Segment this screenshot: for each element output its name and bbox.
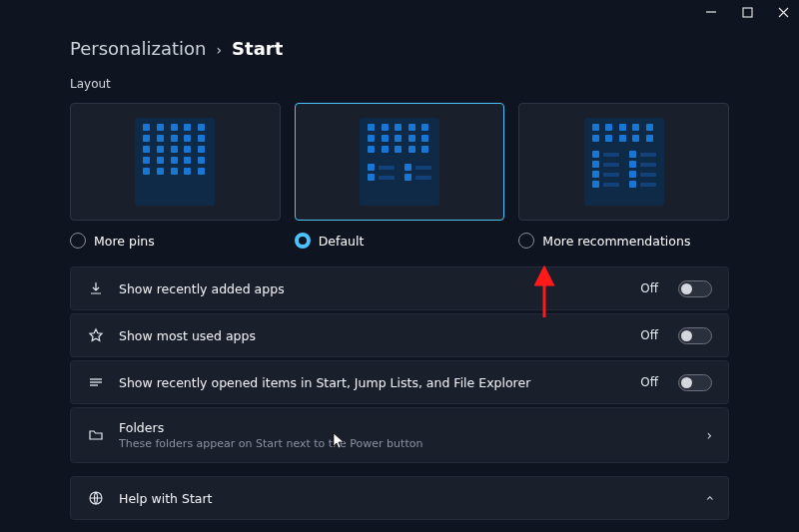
radio-label: Default bbox=[319, 234, 365, 249]
row-folders[interactable]: Folders These folders appear on Start ne… bbox=[70, 407, 729, 463]
download-icon bbox=[87, 279, 105, 297]
row-label: Show recently opened items in Start, Jum… bbox=[119, 375, 626, 390]
toggle-recently-opened-items[interactable] bbox=[678, 374, 712, 391]
chevron-up-icon: › bbox=[701, 495, 717, 501]
star-icon bbox=[87, 326, 105, 344]
row-sublabel: These folders appear on Start next to th… bbox=[119, 437, 692, 450]
radio-label: More pins bbox=[94, 234, 155, 249]
toggle-state: Off bbox=[640, 328, 658, 342]
row-recently-opened-items: Show recently opened items in Start, Jum… bbox=[70, 360, 729, 404]
chevron-right-icon: › bbox=[216, 42, 222, 58]
globe-icon bbox=[87, 489, 105, 507]
layout-card-more-recommendations[interactable] bbox=[518, 103, 729, 221]
list-icon bbox=[87, 373, 105, 391]
minimize-button[interactable] bbox=[703, 4, 719, 20]
toggle-state: Off bbox=[640, 281, 658, 295]
layout-card-default[interactable] bbox=[295, 103, 505, 221]
layout-card-more-pins[interactable] bbox=[70, 103, 281, 221]
breadcrumb-parent[interactable]: Personalization bbox=[70, 38, 206, 59]
row-recently-added-apps: Show recently added apps Off bbox=[70, 266, 729, 310]
row-label: Help with Start bbox=[119, 491, 692, 506]
svg-rect-1 bbox=[743, 8, 752, 17]
toggle-most-used-apps[interactable] bbox=[678, 327, 712, 344]
row-most-used-apps: Show most used apps Off bbox=[70, 313, 729, 357]
annotation-arrow bbox=[534, 269, 564, 319]
close-button[interactable] bbox=[775, 4, 791, 20]
toggle-state: Off bbox=[640, 375, 658, 389]
page-title: Start bbox=[232, 38, 283, 59]
folder-icon bbox=[87, 426, 105, 444]
radio-label: More recommendations bbox=[542, 234, 690, 249]
breadcrumb: Personalization › Start bbox=[70, 38, 729, 59]
toggle-recently-added-apps[interactable] bbox=[678, 280, 712, 297]
radio-more-recommendations[interactable]: More recommendations bbox=[518, 233, 729, 249]
maximize-button[interactable] bbox=[739, 4, 755, 20]
row-label: Show most used apps bbox=[119, 328, 626, 343]
section-label-layout: Layout bbox=[70, 77, 729, 91]
radio-more-pins[interactable]: More pins bbox=[70, 233, 281, 249]
row-label: Folders bbox=[119, 420, 692, 435]
chevron-right-icon: › bbox=[706, 427, 712, 443]
radio-default[interactable]: Default bbox=[295, 233, 505, 249]
row-help-with-start[interactable]: Help with Start › bbox=[70, 476, 729, 520]
